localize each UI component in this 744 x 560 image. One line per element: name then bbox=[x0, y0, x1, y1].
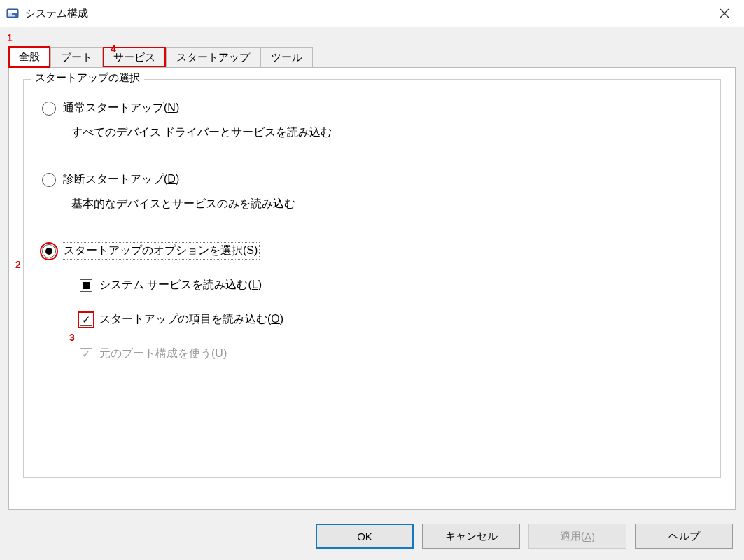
radio-diagnostic[interactable] bbox=[42, 173, 56, 187]
radio-selective-row: スタートアップのオプションを選択(S) bbox=[42, 244, 706, 258]
tab-services[interactable]: サービス bbox=[103, 47, 166, 68]
group-title: スタートアップの選択 bbox=[31, 71, 144, 85]
radio-normal-desc: すべてのデバイス ドライバーとサービスを読み込む bbox=[71, 125, 706, 140]
checkbox-sysservices-row: システム サービスを読み込む(L) bbox=[80, 278, 706, 293]
tab-general-label: 全般 bbox=[19, 50, 40, 62]
apply-button: 適用(A) bbox=[528, 524, 626, 549]
tab-boot[interactable]: ブート bbox=[50, 47, 103, 68]
tab-boot-label: ブート bbox=[61, 51, 92, 63]
checkbox-origboot-row: 元のブート構成を使う(U) bbox=[80, 346, 706, 361]
checkbox-startupitems[interactable] bbox=[80, 314, 92, 326]
checkbox-sysservices[interactable] bbox=[80, 279, 92, 292]
app-icon bbox=[6, 6, 20, 20]
button-row: OK キャンセル 適用(A) ヘルプ bbox=[316, 524, 733, 549]
tab-startup-label: スタートアップ bbox=[176, 51, 250, 63]
radio-normal-row: 通常スタートアップ(N) bbox=[42, 101, 706, 115]
radio-selective[interactable] bbox=[42, 244, 56, 258]
tab-tools-label: ツール bbox=[271, 51, 302, 63]
cancel-button[interactable]: キャンセル bbox=[422, 524, 520, 549]
radio-diagnostic-label: 診断スタートアップ(D) bbox=[63, 172, 179, 187]
checkbox-sysservices-label: システム サービスを読み込む(L) bbox=[99, 278, 262, 293]
tab-startup[interactable]: スタートアップ bbox=[166, 47, 260, 68]
titlebar: システム構成 bbox=[0, 0, 744, 27]
checkbox-origboot-label: 元のブート構成を使う(U) bbox=[99, 346, 227, 361]
close-button[interactable] bbox=[705, 0, 744, 27]
tab-row: 全般 ブート サービス スタートアップ ツール bbox=[0, 43, 744, 67]
radio-diagnostic-row: 診断スタートアップ(D) bbox=[42, 172, 706, 187]
svg-rect-1 bbox=[8, 10, 17, 13]
annotation-1: 1 bbox=[7, 32, 13, 43]
tab-tools[interactable]: ツール bbox=[260, 47, 313, 68]
system-config-window: システム構成 1 4 2 3 全般 ブート サービス スタートアップ ツール ス… bbox=[0, 0, 744, 560]
checkbox-origboot bbox=[80, 348, 92, 360]
checkbox-startupitems-label: スタートアップの項目を読み込む(O) bbox=[99, 312, 283, 327]
window-title: システム構成 bbox=[25, 7, 88, 20]
radio-normal[interactable] bbox=[42, 102, 56, 115]
tab-services-label: サービス bbox=[113, 51, 155, 63]
checkbox-startupitems-row: スタートアップの項目を読み込む(O) bbox=[80, 312, 706, 327]
radio-selective-label: スタートアップのオプションを選択(S) bbox=[63, 244, 258, 258]
ok-button[interactable]: OK bbox=[316, 524, 414, 549]
radio-diagnostic-desc: 基本的なデバイスとサービスのみを読み込む bbox=[71, 197, 706, 211]
help-button[interactable]: ヘルプ bbox=[635, 524, 733, 549]
svg-rect-2 bbox=[8, 13, 12, 15]
tab-general[interactable]: 全般 bbox=[8, 46, 50, 68]
startup-selection-group: スタートアップの選択 通常スタートアップ(N) すべてのデバイス ドライバーとサ… bbox=[23, 79, 721, 478]
content-panel: スタートアップの選択 通常スタートアップ(N) すべてのデバイス ドライバーとサ… bbox=[8, 67, 736, 510]
svg-rect-3 bbox=[8, 15, 15, 17]
radio-normal-label: 通常スタートアップ(N) bbox=[63, 101, 179, 115]
